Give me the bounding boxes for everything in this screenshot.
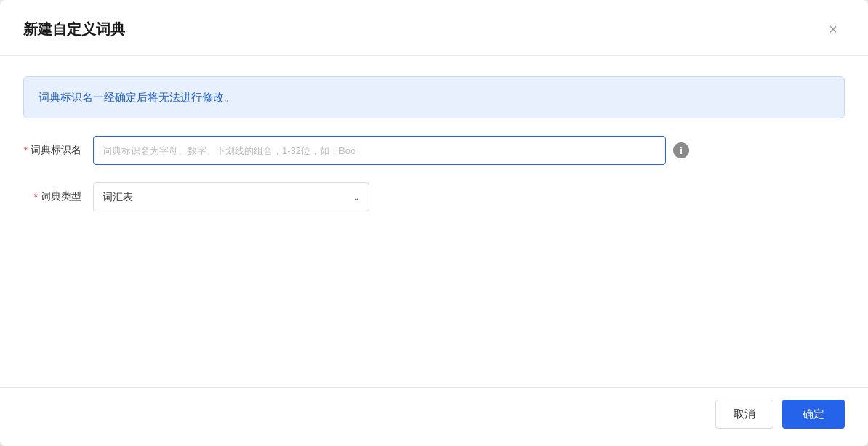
info-banner-text: 词典标识名一经确定后将无法进行修改。 [39,91,235,103]
required-star-type: * [34,191,38,203]
dialog-header: 新建自定义词典 × [0,0,868,56]
dict-name-label-text: 词典标识名 [31,144,81,157]
info-icon-label: i [680,145,683,156]
info-banner: 词典标识名一经确定后将无法进行修改。 [23,76,845,118]
dict-name-info-icon[interactable]: i [673,142,689,158]
dict-type-label: * 词典类型 [23,190,81,203]
dialog-footer: 取消 确定 [0,387,868,446]
cancel-button[interactable]: 取消 [715,400,773,429]
dict-type-label-text: 词典类型 [41,190,81,203]
dict-name-row: * 词典标识名 i [23,136,845,165]
dict-name-input-wrapper: i [93,136,689,165]
dict-name-label: * 词典标识名 [23,144,81,157]
dict-type-row: * 词典类型 词汇表 停用词表 同义词表 ⌄ [23,182,845,211]
dict-type-select[interactable]: 词汇表 停用词表 同义词表 [93,182,369,211]
dialog-title: 新建自定义词典 [23,20,125,39]
dict-type-select-wrapper: 词汇表 停用词表 同义词表 ⌄ [93,182,369,211]
confirm-button[interactable]: 确定 [782,400,845,429]
dialog-body: 词典标识名一经确定后将无法进行修改。 * 词典标识名 i * 词典类型 [0,56,868,387]
dict-name-input[interactable] [93,136,666,165]
required-star-name: * [24,145,28,156]
close-icon: × [829,21,837,38]
create-dictionary-dialog: 新建自定义词典 × 词典标识名一经确定后将无法进行修改。 * 词典标识名 i [0,0,868,446]
close-button[interactable]: × [821,17,845,41]
